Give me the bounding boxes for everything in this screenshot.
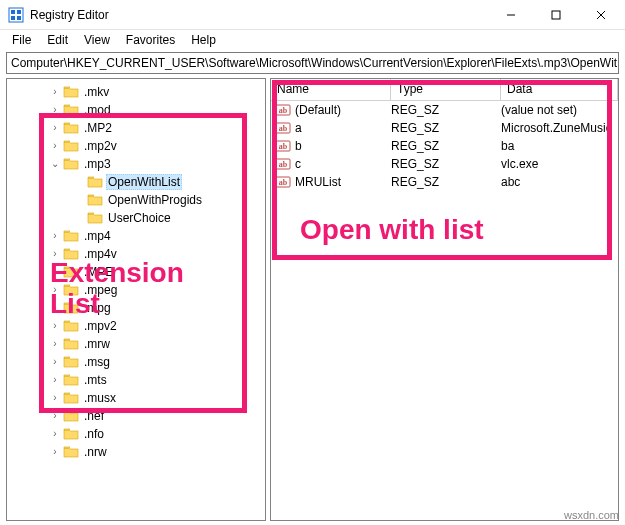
chevron-right-icon[interactable]: › [47,249,63,259]
column-header-data[interactable]: Data [501,79,618,100]
tree-item[interactable]: ›.mpg [7,299,265,317]
tree-item-label: .MPE [82,265,115,279]
tree-item[interactable]: OpenWithProgids [7,191,265,209]
folder-icon [63,247,79,261]
chevron-right-icon[interactable]: › [47,285,63,295]
tree-pane[interactable]: ›.mkv›.mod›.MP2›.mp2v⌄.mp3OpenWithListOp… [6,78,266,521]
tree-item[interactable]: ›.MP2 [7,119,265,137]
menubar: FileEditViewFavoritesHelp [0,30,625,50]
tree-item-label: .nrw [82,445,109,459]
tree-item[interactable]: OpenWithList [7,173,265,191]
menu-edit[interactable]: Edit [39,31,76,49]
menu-file[interactable]: File [4,31,39,49]
value-row[interactable]: ab(Default)REG_SZ(value not set) [271,101,618,119]
tree-item[interactable]: ›.mkv [7,83,265,101]
menu-help[interactable]: Help [183,31,224,49]
column-header-type[interactable]: Type [391,79,501,100]
tree-item-label: .musx [82,391,118,405]
svg-rect-6 [552,11,560,19]
chevron-right-icon[interactable]: › [47,447,63,457]
string-value-icon: ab [275,102,291,118]
chevron-right-icon[interactable]: › [47,411,63,421]
value-row[interactable]: abcREG_SZvlc.exe [271,155,618,173]
minimize-button[interactable] [488,0,533,29]
tree-item[interactable]: ›.musx [7,389,265,407]
chevron-right-icon[interactable]: › [47,429,63,439]
svg-rect-1 [11,10,15,14]
svg-rect-2 [17,10,21,14]
tree-item[interactable]: ›.mpeg [7,281,265,299]
folder-icon [63,373,79,387]
tree-item[interactable]: ›.MPE [7,263,265,281]
tree-item[interactable]: ›.mp2v [7,137,265,155]
folder-icon [87,175,103,189]
tree-item[interactable]: ›.mts [7,371,265,389]
tree-item-label: .mp4v [82,247,119,261]
tree-item-label: .mts [82,373,109,387]
chevron-right-icon[interactable]: › [47,357,63,367]
values-list: ab(Default)REG_SZ(value not set)abaREG_S… [271,101,618,191]
value-data: ba [501,139,618,153]
menu-view[interactable]: View [76,31,118,49]
tree-item[interactable]: ›.mp4 [7,227,265,245]
value-data: (value not set) [501,103,618,117]
chevron-right-icon[interactable]: › [47,123,63,133]
folder-icon [63,319,79,333]
svg-text:ab: ab [279,178,288,187]
value-name: (Default) [295,103,391,117]
folder-icon [63,103,79,117]
address-bar[interactable]: Computer\HKEY_CURRENT_USER\Software\Micr… [6,52,619,74]
tree-item[interactable]: ›.mp4v [7,245,265,263]
tree-item[interactable]: ›.nef [7,407,265,425]
tree-item-label: .mp3 [82,157,113,171]
folder-icon [63,121,79,135]
tree-item[interactable]: ›.nrw [7,443,265,461]
svg-rect-4 [17,16,21,20]
svg-text:ab: ab [279,106,288,115]
value-row[interactable]: abMRUListREG_SZabc [271,173,618,191]
close-button[interactable] [578,0,623,29]
chevron-right-icon[interactable]: › [47,105,63,115]
chevron-right-icon[interactable]: › [47,267,63,277]
chevron-right-icon[interactable]: › [47,375,63,385]
value-name: c [295,157,391,171]
folder-icon [63,409,79,423]
folder-icon [63,265,79,279]
watermark: wsxdn.com [564,509,619,521]
value-row[interactable]: abaREG_SZMicrosoft.ZuneMusic [271,119,618,137]
chevron-right-icon[interactable]: › [47,87,63,97]
chevron-right-icon[interactable]: › [47,141,63,151]
tree-item[interactable]: ⌄.mp3 [7,155,265,173]
tree-item[interactable]: ›.nfo [7,425,265,443]
values-pane[interactable]: Name Type Data ab(Default)REG_SZ(value n… [270,78,619,521]
value-name: MRUList [295,175,391,189]
tree-item[interactable]: UserChoice [7,209,265,227]
value-name: b [295,139,391,153]
tree-item[interactable]: ›.mpv2 [7,317,265,335]
tree-item[interactable]: ›.mrw [7,335,265,353]
column-header-name[interactable]: Name [271,79,391,100]
content-area: ›.mkv›.mod›.MP2›.mp2v⌄.mp3OpenWithListOp… [0,78,625,525]
value-type: REG_SZ [391,121,501,135]
tree-item[interactable]: ›.msg [7,353,265,371]
folder-icon [63,157,79,171]
chevron-down-icon[interactable]: ⌄ [47,159,63,169]
maximize-button[interactable] [533,0,578,29]
tree-item-label: .mp2v [82,139,119,153]
window-controls [488,0,623,29]
chevron-right-icon[interactable]: › [47,339,63,349]
tree-item[interactable]: ›.mod [7,101,265,119]
value-data: abc [501,175,618,189]
folder-icon [63,427,79,441]
tree-item-label: .nfo [82,427,106,441]
value-row[interactable]: abbREG_SZba [271,137,618,155]
tree-item-label: OpenWithProgids [106,193,204,207]
menu-favorites[interactable]: Favorites [118,31,183,49]
folder-icon [63,355,79,369]
string-value-icon: ab [275,174,291,190]
chevron-right-icon[interactable]: › [47,321,63,331]
chevron-right-icon[interactable]: › [47,393,63,403]
chevron-right-icon[interactable]: › [47,303,63,313]
value-name: a [295,121,391,135]
chevron-right-icon[interactable]: › [47,231,63,241]
